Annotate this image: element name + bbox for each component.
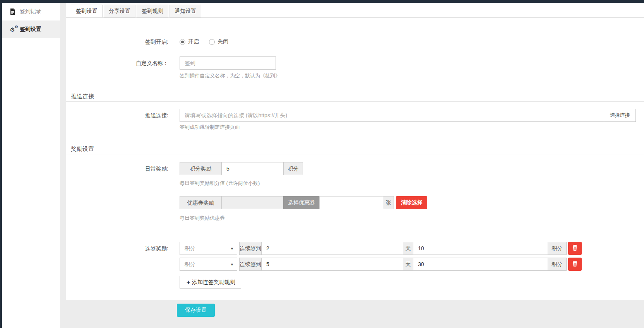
custom-name-label: 自定义名称： <box>66 56 168 70</box>
points-unit-addon: 积分 <box>283 162 303 175</box>
enable-row: 签到开启: 开启 关闭 <box>66 35 644 48</box>
choose-link-button[interactable]: 选择连接 <box>604 109 636 122</box>
custom-name-hint: 签到插件自定义名称，为空，默认为《签到》 <box>180 72 280 79</box>
choose-coupon-button[interactable]: 选择优惠券 <box>283 196 320 209</box>
coupon-unit-addon: 张 <box>383 196 394 209</box>
streak-amount-input[interactable] <box>413 258 548 271</box>
push-link-label: 推送连接: <box>66 109 168 122</box>
tab-checkin-rules[interactable]: 签到规则 <box>137 5 168 17</box>
tab-share-settings[interactable]: 分享设置 <box>104 5 135 17</box>
daily-points-input[interactable] <box>221 162 284 175</box>
radio-enable-off[interactable] <box>209 39 215 45</box>
streak-type-select[interactable]: 积分 ▼ <box>180 242 237 255</box>
enable-label: 签到开启: <box>66 35 168 48</box>
streak-prefix-addon: 连续签到 <box>239 258 262 271</box>
radio-label-off: 关闭 <box>218 38 228 45</box>
coupon-reward-row: 优惠券奖励 选择优惠券 张 清除选择 <box>66 196 644 209</box>
streak-days-unit-addon: 天 <box>403 258 413 271</box>
delete-rule-button[interactable] <box>568 242 582 255</box>
top-bar <box>0 0 644 3</box>
streak-reward-label: 连签奖励: <box>66 242 168 255</box>
caret-down-icon: ▼ <box>230 258 234 271</box>
sidebar-item-checkin-settings[interactable]: ⚙⚙ 签到设置 <box>2 20 60 38</box>
streak-days-unit-addon: 天 <box>403 242 413 255</box>
caret-down-icon: ▼ <box>230 243 234 255</box>
streak-suffix-addon: 积分 <box>548 242 567 255</box>
file-text-icon <box>9 9 16 15</box>
streak-prefix-addon: 连续签到 <box>239 242 262 255</box>
radio-enable-on[interactable] <box>180 39 185 45</box>
section-title-push-link: 推送连接 <box>71 93 94 100</box>
custom-name-input[interactable] <box>180 56 276 70</box>
save-settings-button[interactable]: 保存设置 <box>177 304 215 317</box>
daily-reward-hint: 每日签到奖励积分值 (允许两位小数) <box>180 180 260 187</box>
custom-name-row: 自定义名称： <box>66 56 644 70</box>
streak-suffix-addon: 积分 <box>548 258 567 271</box>
streak-days-input[interactable] <box>261 258 403 271</box>
daily-reward-row: 日常奖励: 积分奖励 积分 <box>66 162 644 175</box>
section-divider <box>66 101 644 102</box>
streak-days-input[interactable] <box>261 242 403 255</box>
sidebar-item-label: 签到设置 <box>20 26 41 33</box>
trash-icon <box>572 261 577 268</box>
daily-reward-label: 日常奖励: <box>66 162 168 175</box>
gears-icon: ⚙⚙ <box>9 27 16 32</box>
push-link-row: 推送连接: 选择连接 <box>66 109 644 122</box>
coupon-picked-input <box>221 196 284 209</box>
streak-type-value: 积分 <box>185 261 195 267</box>
left-edge-strip <box>0 0 2 328</box>
sidebar-item-checkin-records[interactable]: 签到记录 <box>2 3 60 20</box>
coupon-count-input[interactable] <box>319 196 383 209</box>
delete-rule-button[interactable] <box>568 258 582 271</box>
sidebar-item-label: 签到记录 <box>20 8 41 15</box>
sidebar: 签到记录 ⚙⚙ 签到设置 <box>2 3 60 328</box>
section-divider <box>66 154 644 154</box>
radio-dot <box>181 41 184 43</box>
clear-coupon-button[interactable]: 清除选择 <box>396 196 427 209</box>
trash-icon <box>572 245 577 252</box>
streak-reward-row: 积分 ▼ 连续签到 天 积分 <box>66 258 644 271</box>
points-reward-addon: 积分奖励 <box>180 162 222 175</box>
streak-reward-row: 连签奖励: 积分 ▼ 连续签到 天 积分 <box>66 242 644 255</box>
tab-notify-settings[interactable]: 通知设置 <box>170 5 201 17</box>
plus-icon: ＋ <box>185 278 191 286</box>
streak-type-value: 积分 <box>185 245 195 251</box>
add-streak-rule-button[interactable]: ＋ 添加连签奖励规则 <box>180 276 241 289</box>
settings-panel: 签到设置 分享设置 签到规则 通知设置 签到开启: 开启 关闭 自定义名称： 签… <box>66 3 644 300</box>
add-streak-rule-label: 添加连签奖励规则 <box>192 279 235 286</box>
section-title-rewards: 奖励设置 <box>71 145 94 153</box>
push-link-input[interactable] <box>180 109 604 122</box>
tab-checkin-settings[interactable]: 签到设置 <box>71 5 103 17</box>
streak-amount-input[interactable] <box>413 242 548 255</box>
coupon-reward-addon: 优惠券奖励 <box>180 196 222 209</box>
push-link-hint: 签到成功跳转制定连接页面 <box>180 124 240 131</box>
tab-bar: 签到设置 分享设置 签到规则 通知设置 <box>66 5 644 18</box>
streak-type-select[interactable]: 积分 ▼ <box>180 258 237 271</box>
radio-label-on: 开启 <box>188 38 199 45</box>
coupon-reward-hint: 每日签到奖励优惠券 <box>180 215 225 222</box>
